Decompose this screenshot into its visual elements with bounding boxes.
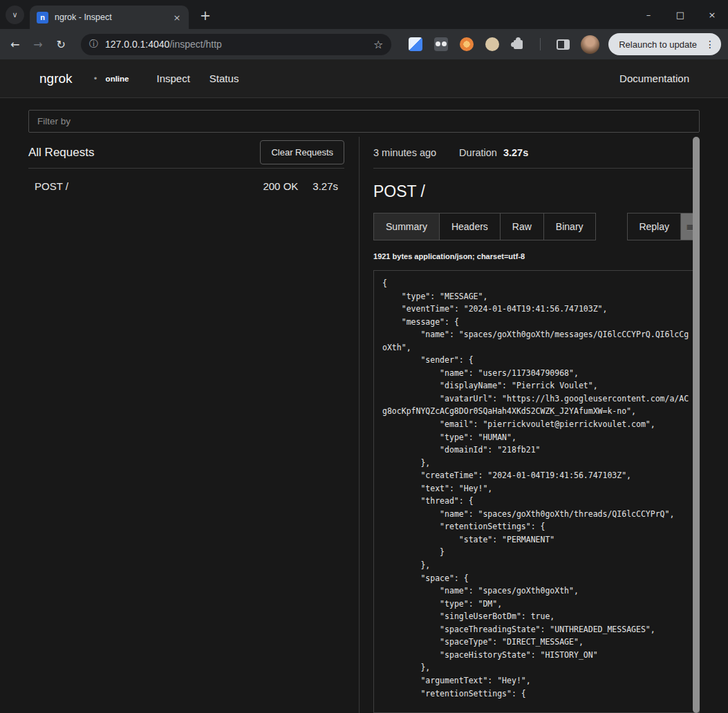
nav-item-documentation[interactable]: Documentation: [619, 73, 689, 84]
tab-search-button[interactable]: ∨: [6, 6, 24, 24]
extensions-puzzle-icon[interactable]: [510, 37, 525, 52]
bookmark-star-icon[interactable]: ☆: [373, 38, 383, 51]
ngrok-logo[interactable]: ngrok: [39, 71, 73, 86]
browser-titlebar: ∨ n ngrok - Inspect × + – □ ×: [0, 0, 728, 29]
response-body-block: { "type": "MESSAGE", "eventTime": "2024-…: [373, 270, 700, 713]
browser-toolbar: ← → ↻ ⓘ 127.0.0.1:4040/inspect/http ☆ Re…: [0, 29, 728, 59]
minimize-icon[interactable]: –: [633, 0, 664, 29]
requests-header: All Requests Clear Requests: [28, 137, 344, 169]
request-duration: 3.27s: [312, 180, 338, 192]
online-status-dot: •: [93, 74, 98, 84]
tab-title: ngrok - Inspect: [55, 12, 171, 22]
tab-raw[interactable]: Raw: [500, 213, 544, 240]
reload-icon[interactable]: ↻: [51, 33, 71, 55]
close-icon[interactable]: ×: [696, 0, 728, 29]
request-method-path: POST /: [35, 180, 68, 192]
toolbar-divider: [540, 38, 541, 50]
new-tab-button[interactable]: +: [200, 8, 211, 23]
relaunch-update-button[interactable]: Relaunch to update ⋮: [608, 33, 721, 55]
detail-tabs: Summary Headers Raw Binary Replay ≡: [373, 213, 700, 240]
side-panel-icon[interactable]: [555, 37, 570, 52]
ngrok-favicon-icon: n: [37, 12, 48, 23]
duration-label: Duration: [459, 147, 497, 158]
maximize-icon[interactable]: □: [664, 0, 696, 29]
online-status-label: online: [106, 75, 129, 83]
url-host: 127.0.0.1:4040: [105, 39, 169, 50]
ngrok-header: ngrok • online Inspect Status Documentat…: [0, 59, 728, 98]
request-status: 200 OK: [263, 180, 298, 192]
detail-meta-row: 3 minutes ago Duration 3.27s: [373, 137, 700, 169]
request-row[interactable]: POST / 200 OK 3.27s: [28, 169, 344, 192]
extension-icon-goggles[interactable]: [433, 37, 449, 52]
ngrok-body: All Requests Clear Requests POST / 200 O…: [0, 98, 728, 713]
response-body-json: { "type": "MESSAGE", "eventTime": "2024-…: [382, 277, 691, 700]
clear-requests-button[interactable]: Clear Requests: [260, 140, 344, 164]
filter-input[interactable]: [28, 110, 700, 133]
detail-title: POST /: [373, 182, 700, 201]
url-path: /inspect/http: [169, 39, 222, 50]
tab-summary[interactable]: Summary: [373, 213, 440, 240]
back-icon[interactable]: ←: [5, 33, 25, 55]
browser-tab[interactable]: n ngrok - Inspect ×: [30, 6, 189, 29]
nav-item-inspect[interactable]: Inspect: [156, 73, 189, 84]
requests-panel: All Requests Clear Requests POST / 200 O…: [28, 137, 344, 713]
pane-divider: [359, 137, 360, 713]
panes: All Requests Clear Requests POST / 200 O…: [28, 137, 700, 713]
tab-close-icon[interactable]: ×: [171, 11, 183, 23]
extensions-area: [408, 35, 599, 54]
requests-title: All Requests: [28, 146, 94, 160]
extension-icon-orange[interactable]: [459, 37, 474, 52]
time-ago: 3 minutes ago: [373, 147, 436, 158]
detail-panel: 3 minutes ago Duration 3.27s POST / Summ…: [373, 137, 700, 713]
address-bar[interactable]: ⓘ 127.0.0.1:4040/inspect/http ☆: [81, 34, 391, 55]
profile-avatar[interactable]: [581, 35, 599, 54]
page-info-icon[interactable]: ⓘ: [89, 38, 98, 50]
content-meta: 1921 bytes application/json; charset=utf…: [373, 252, 700, 260]
tab-headers[interactable]: Headers: [439, 213, 501, 240]
replay-button[interactable]: Replay: [627, 213, 681, 240]
window-controls: – □ ×: [633, 0, 728, 29]
nav-item-status[interactable]: Status: [209, 73, 239, 84]
extension-icon-blue[interactable]: [408, 37, 423, 52]
url-text: 127.0.0.1:4040/inspect/http: [105, 39, 222, 50]
replay-group: Replay ≡: [627, 213, 700, 240]
relaunch-label: Relaunch to update: [619, 39, 697, 50]
extension-icon-tan[interactable]: [485, 37, 500, 52]
browser-menu-kebab-icon[interactable]: ⋮: [702, 39, 718, 50]
detail-scrollbar[interactable]: [693, 137, 700, 713]
forward-icon[interactable]: →: [28, 33, 48, 55]
duration-value: 3.27s: [503, 147, 528, 158]
tab-binary[interactable]: Binary: [543, 213, 596, 240]
